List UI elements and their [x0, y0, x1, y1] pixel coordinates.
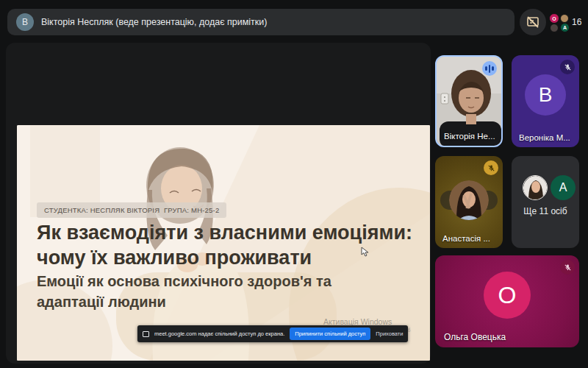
mic-off-icon: [484, 160, 498, 175]
meet-window: В Вікторія Неспляк (веде презентацію, до…: [0, 0, 588, 368]
veronika-avatar: В: [525, 74, 566, 116]
anastasia-avatar: [449, 180, 489, 220]
tile-veronika[interactable]: В Вероніка М...: [512, 55, 579, 147]
tile-more-people[interactable]: А Ще 11 осіб: [512, 156, 579, 248]
screenshare-tile[interactable]: СТУДЕНТКА: НЕСПЛЯК ВІКТОРІЯ ГРУПА: МН-25…: [6, 43, 431, 364]
tile-olga[interactable]: О Ольга Овецька: [435, 255, 579, 347]
veronika-avatar-letter: В: [539, 83, 553, 107]
slide-title-line1: Як взаємодіяти з власними емоціями:: [37, 220, 412, 245]
slide-subtitle: Емоції як основа психічного здоров'я та …: [37, 271, 331, 312]
presentation-slide: СТУДЕНТКА: НЕСПЛЯК ВІКТОРІЯ ГРУПА: МН-25…: [17, 125, 430, 361]
olga-avatar: О: [484, 272, 531, 319]
mic-off-icon: [560, 260, 575, 275]
tile-viktoriia[interactable]: Вікторія Не...: [435, 55, 503, 147]
mini-avatar-green: А: [560, 23, 570, 32]
stop-sharing-button[interactable]: Припинити спільний доступ: [290, 328, 370, 340]
mic-off-icon: [560, 60, 575, 74]
more-people-content: А Ще 11 осіб: [512, 175, 579, 216]
slide-subtitle-line2: адаптації людини: [37, 291, 331, 312]
screen-icon: [143, 331, 149, 337]
chrome-sharing-bar: meet.google.com надає спільний доступ до…: [137, 325, 408, 342]
tile-name-label: Анастасія ...: [442, 234, 490, 243]
overflow-avatar-green: А: [551, 175, 576, 200]
overflow-avatar-photo: [523, 175, 548, 200]
tile-name-label: Ольга Овецька: [444, 332, 506, 342]
presenter-label: Вікторія Неспляк (веде презентацію, дода…: [41, 17, 267, 27]
slide-subtitle-line1: Емоції як основа психічного здоров'я та: [37, 271, 331, 291]
slide-title: Як взаємодіяти з власними емоціями: чому…: [37, 220, 412, 270]
slide-title-line2: чому їх важливо проживати: [37, 245, 412, 270]
hide-sharing-bar-button[interactable]: Приховати: [376, 330, 403, 337]
presenter-avatar-letter: В: [22, 17, 28, 27]
speaking-indicator-icon: [482, 61, 497, 76]
mini-avatar-green-letter: А: [563, 25, 567, 30]
participant-count: 16: [572, 17, 581, 27]
more-people-label: Ще 11 осіб: [512, 206, 579, 216]
tile-name-label: Вероніка М...: [519, 133, 570, 142]
sharing-message: meet.google.com надає спільний доступ до…: [154, 330, 284, 337]
mini-avatar-photo-2: [550, 24, 559, 32]
presenter-avatar: В: [16, 13, 34, 31]
student-badge: СТУДЕНТКА: НЕСПЛЯК ВІКТОРІЯ ГРУПА: МН-25…: [37, 202, 226, 218]
mini-avatar-pink: О: [549, 13, 559, 24]
mini-avatar-pink-letter: О: [552, 16, 556, 21]
presentation-off-icon: [526, 15, 540, 29]
presentation-off-button[interactable]: [520, 9, 546, 35]
olga-avatar-letter: О: [498, 282, 517, 309]
mini-avatar-photo-1: [560, 14, 569, 23]
mouse-cursor: [361, 247, 370, 257]
participants-cluster[interactable]: О А: [549, 13, 570, 34]
tile-name-label: Вікторія Не...: [444, 132, 495, 141]
presenter-banner: В Вікторія Неспляк (веде презентацію, до…: [7, 9, 514, 35]
tile-anastasia[interactable]: Анастасія ...: [435, 156, 503, 248]
overflow-avatar-letter: А: [559, 181, 567, 194]
